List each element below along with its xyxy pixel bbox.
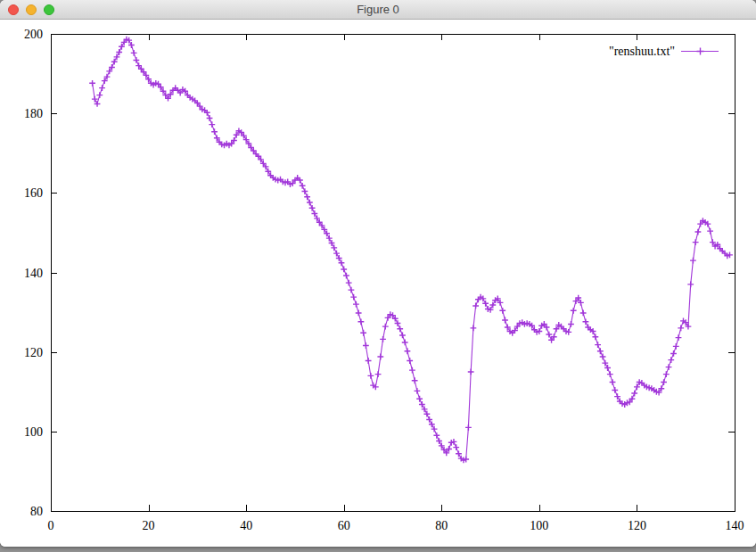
- x-tick-label: 80: [435, 519, 448, 532]
- title-bar[interactable]: Figure 0: [0, 0, 756, 20]
- y-tick-label: 140: [24, 267, 43, 280]
- data-series-line: [93, 39, 730, 460]
- axis-ticks: [51, 34, 735, 512]
- x-tick-label: 100: [530, 519, 548, 532]
- chart-canvas: 02040608010012014080100120140160180200"r…: [0, 20, 756, 547]
- desktop-background: { "window": { "title": "Figure 0", "cont…: [0, 0, 756, 552]
- y-tick-label: 120: [24, 346, 43, 359]
- window-controls: [8, 4, 54, 15]
- window-title: Figure 0: [0, 0, 756, 19]
- y-tick-label: 180: [24, 107, 43, 120]
- x-tick-label: 40: [240, 519, 252, 532]
- y-tick-label: 200: [24, 28, 43, 41]
- gnuplot-figure-window: Figure 0 0204060801001201408010012014016…: [0, 0, 756, 547]
- y-tick-label: 100: [24, 425, 43, 439]
- legend-marker-sample: [697, 48, 704, 55]
- x-tick-label: 140: [726, 519, 744, 532]
- zoom-button[interactable]: [44, 4, 54, 15]
- x-tick-label: 60: [338, 519, 350, 532]
- y-tick-label: 160: [24, 186, 43, 200]
- x-tick-label: 20: [143, 519, 155, 532]
- close-button[interactable]: [8, 4, 19, 15]
- plot-area: 02040608010012014080100120140160180200"r…: [0, 20, 756, 547]
- x-tick-label: 0: [48, 519, 54, 532]
- plot-border: [51, 34, 735, 511]
- minimize-button[interactable]: [26, 4, 37, 15]
- data-series-markers: [89, 37, 733, 463]
- y-tick-label: 80: [30, 505, 43, 518]
- x-tick-label: 120: [628, 519, 646, 532]
- legend-label: "renshuu.txt": [609, 45, 675, 58]
